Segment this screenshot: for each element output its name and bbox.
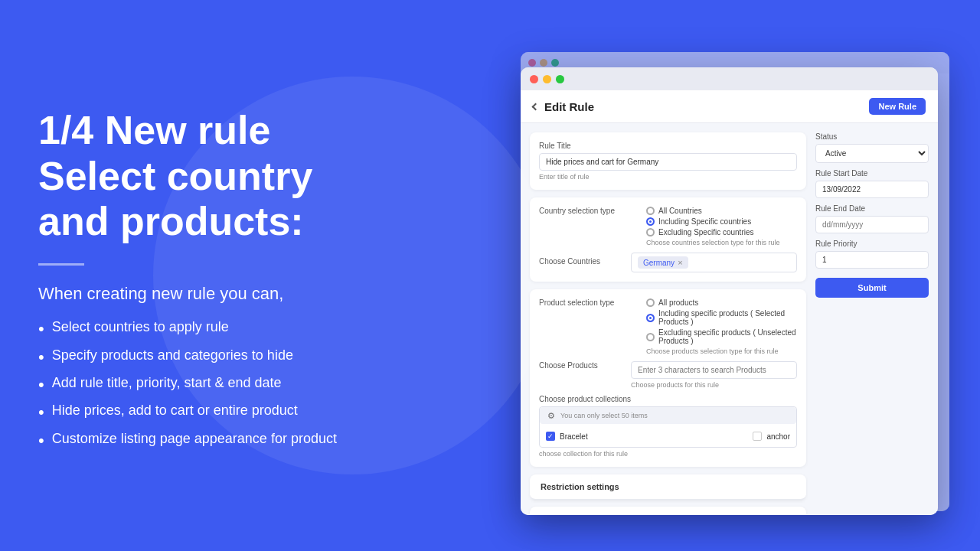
- collections-hint: choose collection for this rule: [539, 450, 797, 458]
- minimize-icon[interactable]: [543, 75, 551, 83]
- bullet-item-4: Hide prices, add to cart or entire produ…: [38, 403, 436, 422]
- start-date-input[interactable]: [815, 181, 929, 198]
- country-option-excluding[interactable]: Excluding Specific countries: [646, 228, 797, 236]
- listing-page-settings-header[interactable]: Listing page settings: [530, 507, 806, 514]
- remove-germany-tag[interactable]: ×: [678, 258, 682, 267]
- country-selection-card: Country selection type All Countries: [530, 197, 806, 282]
- anchor-checkbox[interactable]: [753, 432, 762, 441]
- bullet-item-5: Customize listing page appearance for pr…: [38, 431, 436, 451]
- choose-collections-label: Choose product collections: [539, 395, 797, 403]
- country-hint: Choose countries selection type for this…: [646, 239, 797, 246]
- choose-countries-label: Choose Countries: [539, 257, 623, 266]
- country-selection-label: Country selection type: [539, 207, 639, 215]
- start-date-wrap: [815, 181, 929, 198]
- priority-label: Rule Priority: [815, 240, 929, 248]
- product-selection-label: Product selection type: [539, 298, 639, 307]
- product-radio-group: All products Including specific products…: [646, 298, 797, 345]
- radio-excluding-countries: [646, 228, 655, 236]
- rule-title-input[interactable]: [539, 153, 797, 171]
- radio-all-products: [646, 298, 655, 307]
- collection-bracelet[interactable]: ✓ Bracelet anchor: [546, 432, 790, 441]
- end-date-wrap: [815, 216, 929, 233]
- divider: [38, 263, 84, 266]
- product-selection-card: Product selection type All products: [530, 289, 806, 467]
- bullet-item-3: Add rule title, priority, start & end da…: [38, 375, 436, 395]
- product-option-excluding[interactable]: Excluding specific products ( Unselected…: [646, 328, 797, 345]
- rule-title-card: Rule Title Enter title of rule: [530, 132, 806, 190]
- browser-titlebar: [521, 67, 938, 90]
- choose-products-hint: Choose products for this rule: [631, 381, 797, 389]
- browser-main: Edit Rule New Rule Rule Title Enter titl…: [521, 67, 938, 515]
- start-date-label: Rule Start Date: [815, 169, 929, 178]
- maximize-icon[interactable]: [556, 75, 564, 83]
- country-radio-group: All Countries Including Specific countri…: [646, 207, 797, 236]
- countries-input[interactable]: Germany ×: [631, 253, 797, 272]
- end-date-label: Rule End Date: [815, 204, 929, 213]
- close-icon[interactable]: [530, 75, 538, 83]
- app-body: Rule Title Enter title of rule Country s…: [521, 123, 938, 514]
- priority-input[interactable]: [815, 251, 929, 269]
- rule-title-hint: Enter title of rule: [539, 173, 797, 181]
- status-select[interactable]: Active Inactive: [815, 144, 929, 163]
- app-header: Edit Rule New Rule: [521, 90, 938, 123]
- new-rule-button[interactable]: New Rule: [869, 98, 926, 115]
- main-title: 1/4 New rule Select country and products…: [38, 108, 436, 245]
- product-hint: Choose products selection type for this …: [646, 347, 797, 355]
- radio-all-countries: [646, 207, 655, 215]
- app-content: Edit Rule New Rule Rule Title Enter titl…: [521, 90, 938, 515]
- bullet-item-2: Specify products and categories to hide: [38, 347, 436, 367]
- bullet-item-1: Select countries to apply rule: [38, 319, 436, 339]
- radio-including-products: [646, 314, 655, 322]
- products-search-input[interactable]: [631, 361, 797, 379]
- page-title: Edit Rule: [544, 100, 594, 113]
- restriction-settings-header[interactable]: Restriction settings: [530, 474, 806, 500]
- left-panel: 1/4 New rule Select country and products…: [0, 0, 475, 551]
- back-button[interactable]: [533, 104, 538, 109]
- status-label: Status: [815, 132, 929, 141]
- side-column: Status Active Inactive Rule Start Date R…: [815, 123, 938, 514]
- bracelet-checkbox[interactable]: ✓: [546, 432, 555, 441]
- end-date-input[interactable]: [815, 216, 929, 233]
- product-option-including[interactable]: Including specific products ( Selected P…: [646, 309, 797, 326]
- collection-limit-info: ⚙ You can only select 50 items: [540, 407, 796, 424]
- settings-icon: ⚙: [546, 410, 557, 421]
- germany-tag: Germany ×: [638, 256, 688, 269]
- radio-excluding-products: [646, 333, 655, 341]
- submit-button[interactable]: Submit: [815, 278, 929, 298]
- main-column: Rule Title Enter title of rule Country s…: [521, 123, 815, 514]
- rule-title-label: Rule Title: [539, 142, 797, 150]
- subtitle: When creating new rule you can,: [38, 284, 436, 304]
- country-option-all[interactable]: All Countries: [646, 207, 797, 215]
- product-option-all[interactable]: All products: [646, 298, 797, 307]
- bullet-list: Select countries to apply rule Specify p…: [38, 319, 436, 458]
- country-option-including[interactable]: Including Specific countries: [646, 217, 797, 226]
- choose-products-label: Choose Products: [539, 361, 623, 370]
- radio-including-countries: [646, 217, 655, 226]
